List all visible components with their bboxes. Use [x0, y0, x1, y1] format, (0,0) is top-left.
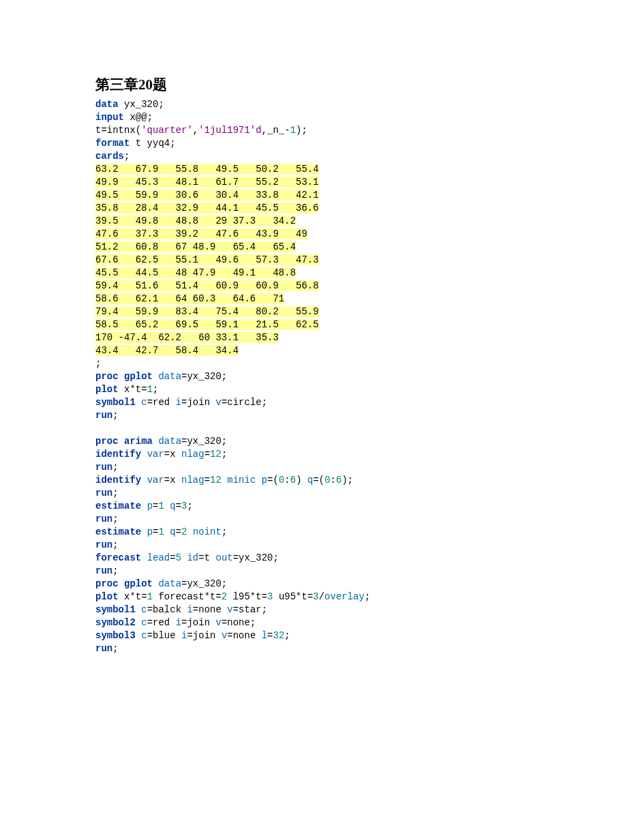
code-token: identify	[95, 475, 147, 486]
code-line: data yx_320;	[95, 98, 644, 111]
code-line: symbol3 c=blue i=join v=none l=32;	[95, 629, 644, 642]
code-token: c	[141, 630, 147, 641]
code-token: =none;	[221, 617, 256, 628]
code-line	[95, 422, 644, 435]
code-token: 47.6 37.3 39.2 47.6 43.9 49	[95, 228, 307, 239]
code-line: forecast lead=5 id=t out=yx_320;	[95, 552, 644, 565]
code-token: =join	[181, 617, 215, 628]
page-title: 第三章20题	[95, 75, 644, 94]
code-line: symbol2 c=red i=join v=none;	[95, 616, 644, 629]
code-token: ;	[365, 591, 370, 602]
code-token: identify	[95, 449, 147, 460]
code-line: symbol1 c=balck i=none v=star;	[95, 604, 644, 616]
code-token: =yx_320;	[181, 436, 227, 447]
code-token: x*t=	[124, 384, 147, 395]
code-token: :	[284, 475, 290, 486]
code-line: 51.2 60.8 67 48.9 65.4 65.4	[95, 241, 644, 254]
code-line: estimate p=1 q=2 noint;	[95, 526, 644, 539]
code-token: p	[147, 501, 153, 511]
code-token: symbol3	[95, 630, 141, 641]
code-line: proc gplot data=yx_320;	[95, 370, 644, 383]
code-token: ,_n_-	[262, 125, 290, 136]
code-line: cards;	[95, 150, 644, 163]
code-line: 39.5 49.8 48.8 29 37.3 34.2	[95, 215, 644, 228]
code-line: 43.4 42.7 58.4 34.4	[95, 344, 644, 357]
code-token: 45.5 44.5 48 47.9 49.1 48.8	[95, 267, 296, 278]
code-token: format	[95, 138, 136, 149]
code-token: forecast*t=	[153, 591, 221, 602]
code-token: forecast	[95, 552, 147, 563]
code-token: run	[95, 410, 112, 421]
code-token: 51.2 60.8 67 48.9 65.4 65.4	[95, 241, 296, 252]
code-token: ,	[193, 125, 198, 136]
document-page: 第三章20题 data yx_320;input x@@;t=intnx('qu…	[0, 0, 644, 655]
code-token: ;	[124, 151, 129, 162]
code-line: format t yyq4;	[95, 137, 644, 150]
code-line: 63.2 67.9 55.8 49.5 50.2 55.4	[95, 163, 644, 176]
code-token: proc	[95, 578, 124, 589]
code-token: 'quarter'	[141, 125, 193, 136]
code-token: 43.4 42.7 58.4 34.4	[95, 345, 239, 356]
code-token: out	[215, 552, 232, 563]
code-token: =none	[227, 630, 261, 641]
code-token: q	[170, 526, 175, 537]
code-line: plot x*t=1;	[95, 383, 644, 396]
code-token: estimate	[95, 501, 147, 511]
code-token: gplot	[124, 371, 158, 382]
code-token: run	[95, 539, 112, 550]
sas-code-block: data yx_320;input x@@;t=intnx('quarter',…	[95, 98, 644, 655]
code-line: 58.5 65.2 69.5 59.1 21.5 62.5	[95, 318, 644, 331]
code-token: p	[262, 475, 267, 486]
code-token: =yx_320;	[233, 552, 279, 563]
code-token: 79.4 59.9 83.4 75.4 80.2 55.9	[95, 306, 319, 317]
code-token: run	[95, 462, 112, 473]
code-line: 35.8 28.4 32.9 44.1 45.5 36.6	[95, 202, 644, 215]
code-token: ;	[95, 358, 101, 369]
code-token: 63.2 67.9 55.8 49.5 50.2 55.4	[95, 164, 319, 175]
code-line: 170 -47.4 62.2 60 33.1 35.3	[95, 331, 644, 344]
code-token: )	[296, 475, 307, 486]
code-token: c	[141, 617, 147, 628]
code-line: t=intnx('quarter','1jul1971'd,_n_-1);	[95, 124, 644, 137]
code-token: =join	[181, 397, 215, 408]
code-token: estimate	[95, 526, 147, 537]
code-token: =circle;	[221, 397, 267, 408]
code-token: ;	[112, 565, 118, 576]
code-token: =(	[267, 475, 279, 486]
code-line: run;	[95, 539, 644, 552]
code-token: run	[95, 643, 112, 654]
code-token: data	[95, 99, 124, 110]
code-token: cards	[95, 151, 124, 162]
code-token: 35.8 28.4 32.9 44.1 45.5 36.6	[95, 203, 319, 213]
code-token: 0	[324, 475, 330, 486]
code-token: minic	[227, 475, 261, 486]
code-token: l	[262, 630, 267, 641]
code-token: plot	[95, 591, 124, 602]
code-token: 3	[313, 591, 318, 602]
code-token: 58.6 62.1 64 60.3 64.6 71	[95, 293, 284, 304]
code-line: 67.6 62.5 55.1 49.6 57.3 47.3	[95, 254, 644, 267]
code-token: id	[187, 552, 198, 563]
code-token: t=intnx(	[95, 125, 141, 136]
code-token: 39.5 49.8 48.8 29 37.3 34.2	[95, 215, 296, 226]
code-token: 12	[210, 475, 221, 486]
code-line: 45.5 44.5 48 47.9 49.1 48.8	[95, 267, 644, 280]
code-token: =yx_320;	[181, 371, 227, 382]
code-token: data	[158, 371, 181, 382]
code-token: ;	[112, 513, 118, 524]
code-token: proc	[95, 436, 124, 447]
code-token	[164, 526, 170, 537]
code-token: t yyq4;	[136, 138, 176, 149]
code-token: x*t=	[124, 591, 147, 602]
code-line: 49.9 45.3 48.1 61.7 55.2 53.1	[95, 176, 644, 189]
code-token: =	[204, 475, 210, 486]
code-token: ;	[221, 449, 227, 460]
code-token: run	[95, 565, 112, 576]
code-token: l95*t=	[227, 591, 267, 602]
code-token: nlag	[181, 475, 204, 486]
code-line: 58.6 62.1 64 60.3 64.6 71	[95, 293, 644, 306]
code-token: nlag	[181, 449, 204, 460]
code-token: u95*t=	[273, 591, 313, 602]
code-token: =x	[164, 475, 181, 486]
code-line: run;	[95, 409, 644, 422]
